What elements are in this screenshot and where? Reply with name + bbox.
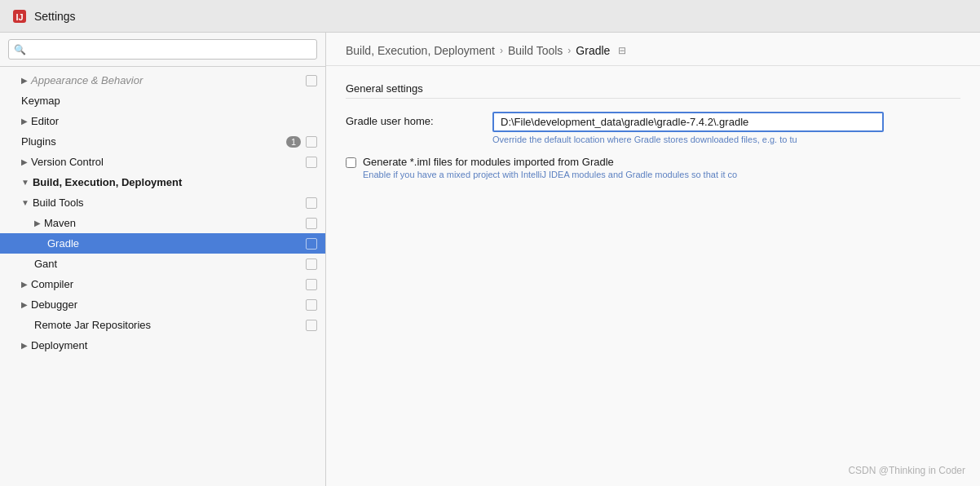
sidebar-item-plugins[interactable]: Plugins 1	[0, 131, 325, 152]
sidebar-item-label: Compiler	[31, 278, 306, 290]
section-title: General settings	[346, 82, 960, 99]
sidebar-item-gradle[interactable]: Gradle	[0, 233, 325, 254]
gradle-user-home-hint: Override the default location where Grad…	[492, 135, 960, 144]
chevron-icon: ▶	[8, 157, 28, 166]
chevron-icon: ▶	[8, 76, 28, 85]
sidebar-item-label: Build, Execution, Deployment	[33, 176, 317, 188]
sidebar-item-label: Plugins	[8, 135, 281, 148]
sidebar-item-label: Keymap	[8, 95, 317, 107]
settings-icon	[306, 157, 317, 168]
settings-icon	[306, 218, 317, 229]
sidebar-item-label: Debugger	[31, 298, 306, 311]
chevron-icon: ▶	[34, 219, 41, 228]
chevron-icon: ▼	[21, 198, 29, 207]
settings-content: General settings Gradle user home: Overr…	[326, 66, 980, 486]
generate-iml-row: Generate *.iml files for modules importe…	[346, 156, 960, 179]
sidebar-item-label: Remote Jar Repositories	[8, 319, 306, 331]
generate-iml-hint: Enable if you have a mixed project with …	[363, 170, 737, 179]
breadcrumb-edit-icon: ⊟	[618, 45, 626, 56]
sidebar-item-label: Maven	[44, 217, 306, 229]
main-layout: 🔍 ▶ Appearance & Behavior Keymap ▶ Edito…	[0, 33, 980, 486]
generate-iml-label[interactable]: Generate *.iml files for modules importe…	[363, 156, 737, 168]
window-title: Settings	[34, 10, 76, 23]
settings-icon	[306, 75, 317, 86]
sidebar-item-compiler[interactable]: ▶ Compiler	[0, 274, 325, 294]
settings-icon	[306, 238, 317, 250]
chevron-icon: ▶	[21, 280, 28, 289]
settings-icon	[306, 258, 317, 270]
sidebar-item-keymap[interactable]: Keymap	[0, 91, 325, 111]
sidebar-item-label: Editor	[31, 115, 317, 127]
sidebar-item-remote-jar[interactable]: Remote Jar Repositories	[0, 315, 325, 335]
sidebar-item-label: Gradle	[47, 237, 306, 250]
sidebar-item-label: Deployment	[31, 339, 317, 351]
gradle-user-home-input[interactable]	[492, 112, 884, 132]
sidebar-item-label: Version Control	[31, 156, 306, 168]
watermark: CSDN @Thinking in Coder	[848, 465, 965, 476]
sidebar-item-version-control[interactable]: ▶ Version Control	[0, 152, 325, 172]
sidebar-item-build-execution[interactable]: ▼ Build, Execution, Deployment	[0, 172, 325, 192]
chevron-icon: ▶	[8, 117, 28, 126]
search-input[interactable]	[8, 39, 317, 60]
settings-icon	[306, 299, 317, 311]
chevron-icon: ▶	[21, 300, 28, 309]
sidebar-item-appearance[interactable]: ▶ Appearance & Behavior	[0, 70, 325, 91]
svg-text:IJ: IJ	[15, 12, 23, 22]
sidebar-item-label: Appearance & Behavior	[31, 74, 306, 86]
settings-icon	[306, 197, 317, 209]
settings-icon	[306, 320, 317, 331]
app-icon: IJ	[11, 8, 28, 24]
sidebar-item-debugger[interactable]: ▶ Debugger	[0, 294, 325, 315]
sidebar-item-gant[interactable]: Gant	[0, 254, 325, 274]
breadcrumb-sep-2: ›	[567, 45, 571, 56]
generate-iml-checkbox[interactable]	[346, 157, 356, 168]
settings-icon	[306, 136, 317, 148]
sidebar-item-maven[interactable]: ▶ Maven	[0, 213, 325, 233]
title-bar: IJ Settings	[0, 0, 980, 33]
search-bar[interactable]: 🔍	[0, 33, 325, 67]
content-area: Build, Execution, Deployment › Build Too…	[326, 33, 980, 486]
search-icon: 🔍	[14, 44, 26, 55]
sidebar: 🔍 ▶ Appearance & Behavior Keymap ▶ Edito…	[0, 33, 326, 486]
breadcrumb-item-3: Gradle	[576, 44, 610, 57]
plugins-badge: 1	[286, 136, 301, 148]
chevron-icon: ▼	[8, 178, 29, 187]
breadcrumb-sep-1: ›	[500, 45, 503, 56]
breadcrumb-item-1: Build, Execution, Deployment	[346, 44, 495, 57]
gradle-user-home-input-wrap: Override the default location where Grad…	[492, 112, 960, 144]
sidebar-item-label: Gant	[34, 258, 306, 270]
chevron-icon: ▶	[21, 341, 28, 350]
gradle-user-home-row: Gradle user home: Override the default l…	[346, 112, 960, 144]
sidebar-item-build-tools[interactable]: ▼ Build Tools	[0, 192, 325, 213]
sidebar-item-deployment[interactable]: ▶ Deployment	[0, 335, 325, 356]
sidebar-item-label: Build Tools	[33, 197, 306, 209]
sidebar-list: ▶ Appearance & Behavior Keymap ▶ Editor …	[0, 67, 325, 486]
breadcrumb: Build, Execution, Deployment › Build Too…	[326, 33, 980, 66]
sidebar-item-editor[interactable]: ▶ Editor	[0, 111, 325, 131]
gradle-user-home-label: Gradle user home:	[346, 112, 492, 127]
breadcrumb-item-2: Build Tools	[508, 44, 563, 57]
settings-icon	[306, 279, 317, 290]
